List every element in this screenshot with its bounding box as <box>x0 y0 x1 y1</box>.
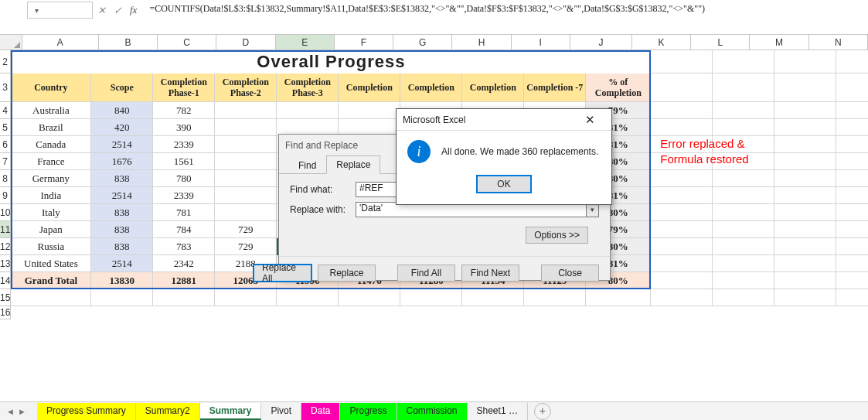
cell[interactable]: Australia <box>11 102 91 119</box>
cell[interactable]: 783 <box>153 238 215 255</box>
cell[interactable] <box>91 289 153 306</box>
header-phase2[interactable]: Completion Phase-2 <box>215 73 277 102</box>
name-box[interactable]: ▾ <box>27 2 93 19</box>
cell[interactable] <box>774 272 836 289</box>
cell[interactable] <box>215 204 277 221</box>
col-header-L[interactable]: L <box>691 35 750 50</box>
col-header-J[interactable]: J <box>570 35 632 50</box>
header-pct[interactable]: % of Completion <box>586 73 651 102</box>
cell[interactable]: 12881 <box>153 272 215 289</box>
cell[interactable] <box>713 238 774 255</box>
cell[interactable] <box>11 289 91 306</box>
sheet-tab[interactable]: Sheet1 … <box>468 403 528 420</box>
close-icon[interactable]: ✕ <box>574 113 605 127</box>
cell[interactable] <box>651 102 713 119</box>
cell[interactable] <box>215 153 277 170</box>
cell[interactable] <box>215 102 277 119</box>
header-phase5[interactable]: Completion <box>400 73 462 102</box>
cell[interactable] <box>836 50 868 73</box>
cell[interactable] <box>836 119 868 136</box>
cell[interactable] <box>774 238 836 255</box>
find-next-button[interactable]: Find Next <box>461 265 519 282</box>
cell[interactable] <box>651 73 713 102</box>
cell[interactable]: 838 <box>91 221 153 238</box>
sheet-tab[interactable]: Commission <box>397 403 468 420</box>
col-header-H[interactable]: H <box>452 35 511 50</box>
cell[interactable]: 2342 <box>153 255 215 272</box>
cell[interactable] <box>651 50 713 73</box>
header-phase6[interactable]: Completion <box>462 73 524 102</box>
fx-icon[interactable]: fx <box>130 4 137 16</box>
cell[interactable]: Grand Total <box>11 272 91 289</box>
ok-button[interactable]: OK <box>477 176 531 193</box>
cell[interactable] <box>836 136 868 153</box>
sheet-tab[interactable]: Pivot <box>261 403 301 420</box>
sheet-tab[interactable]: Summary <box>200 403 262 420</box>
sheet-nav-arrows[interactable]: ◄ ► <box>0 407 37 416</box>
col-header-G[interactable]: G <box>393 35 452 50</box>
find-all-button[interactable]: Find All <box>397 265 455 282</box>
cell[interactable]: 2514 <box>91 255 153 272</box>
cell[interactable] <box>836 204 868 221</box>
row-header-9[interactable]: 9 <box>0 187 11 204</box>
cell[interactable] <box>651 255 713 272</box>
header-phase1[interactable]: Completion Phase-1 <box>153 73 215 102</box>
table-title[interactable]: Overall Progress <box>11 50 651 73</box>
cell[interactable]: 1561 <box>153 153 215 170</box>
sheet-tab[interactable]: Data <box>301 403 340 420</box>
cell[interactable] <box>215 170 277 187</box>
add-sheet-button[interactable]: + <box>534 403 551 420</box>
cell[interactable] <box>651 272 713 289</box>
cell[interactable]: 2339 <box>153 187 215 204</box>
row-header-14[interactable]: 14 <box>0 272 11 289</box>
cell[interactable] <box>713 170 774 187</box>
col-header-M[interactable]: M <box>750 35 808 50</box>
cell[interactable]: 838 <box>91 170 153 187</box>
cell[interactable] <box>651 289 713 306</box>
cell[interactable] <box>586 289 651 306</box>
cell[interactable]: 1676 <box>91 153 153 170</box>
cell[interactable]: 729 <box>215 238 277 255</box>
cell[interactable] <box>651 221 713 238</box>
cell[interactable]: Brazil <box>11 119 91 136</box>
header-country[interactable]: Country <box>11 73 91 102</box>
sheet-tab[interactable]: Progress <box>340 403 397 420</box>
cell[interactable]: 729 <box>215 221 277 238</box>
cell[interactable] <box>774 119 836 136</box>
cell[interactable] <box>339 289 400 306</box>
col-header-D[interactable]: D <box>216 35 275 50</box>
dropdown-icon[interactable]: ▾ <box>31 6 42 15</box>
row-header-6[interactable]: 6 <box>0 136 11 153</box>
col-header-E[interactable]: E <box>276 35 335 50</box>
cell[interactable]: 784 <box>153 221 215 238</box>
options-button[interactable]: Options >> <box>526 227 588 244</box>
cell[interactable] <box>836 255 868 272</box>
cell[interactable] <box>713 221 774 238</box>
sheet-tab[interactable]: Summary2 <box>136 403 200 420</box>
formula-input[interactable]: =COUNTIFS(Data!$L$3:$L$13832,Summary!$A1… <box>146 2 868 19</box>
cell[interactable]: Germany <box>11 170 91 187</box>
cell[interactable] <box>836 170 868 187</box>
header-phase3[interactable]: Completion Phase-3 <box>277 73 339 102</box>
cell[interactable]: France <box>11 153 91 170</box>
cell[interactable]: 838 <box>91 238 153 255</box>
cell[interactable] <box>836 221 868 238</box>
cell[interactable]: Japan <box>11 221 91 238</box>
row-header-3[interactable]: 3 <box>0 73 11 102</box>
row-header-5[interactable]: 5 <box>0 119 11 136</box>
cell[interactable]: 2514 <box>91 136 153 153</box>
cancel-icon[interactable]: ✕ <box>97 5 106 16</box>
replace-button[interactable]: Replace <box>318 265 376 282</box>
cell[interactable]: 13830 <box>91 272 153 289</box>
cell[interactable] <box>774 289 836 306</box>
cell[interactable] <box>774 102 836 119</box>
row-header-8[interactable]: 8 <box>0 170 11 187</box>
close-button[interactable]: Close <box>541 265 599 282</box>
cell[interactable]: 780 <box>153 170 215 187</box>
cell[interactable] <box>774 221 836 238</box>
cell[interactable] <box>339 102 400 119</box>
header-phase4[interactable]: Completion <box>339 73 400 102</box>
tab-find[interactable]: Find <box>288 156 326 174</box>
cell[interactable]: Russia <box>11 238 91 255</box>
cell[interactable] <box>651 204 713 221</box>
